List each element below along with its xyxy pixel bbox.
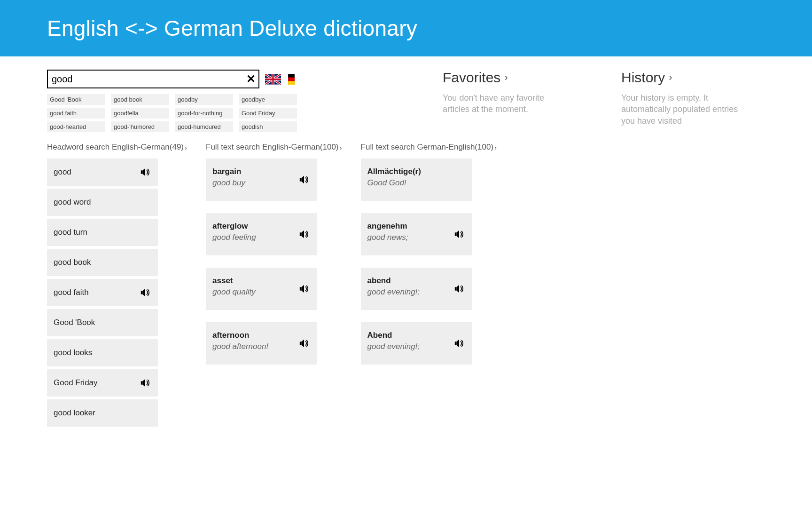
search-input[interactable] — [48, 71, 258, 87]
speaker-icon[interactable] — [299, 338, 309, 349]
fulltext-term: asset — [212, 276, 310, 286]
fulltext-item[interactable]: Allmächtige(r)Good God! — [361, 159, 472, 201]
chevron-right-icon: › — [185, 143, 187, 151]
de-flag-icon[interactable] — [287, 74, 296, 85]
suggestion-item[interactable]: goodfella — [111, 108, 169, 119]
speaker-icon[interactable] — [299, 229, 309, 239]
headword-item[interactable]: Good 'Book — [47, 309, 158, 336]
fulltext-en-de-column: Full text search English-German(100) › b… — [206, 143, 342, 429]
speaker-icon[interactable] — [140, 287, 150, 298]
fulltext-term: abend — [367, 276, 465, 286]
headword-item[interactable]: good turn — [47, 219, 158, 246]
speaker-icon[interactable] — [454, 284, 464, 294]
headword-label: good book — [54, 258, 91, 267]
fulltext-translation: good quality — [212, 287, 310, 297]
fulltext-translation: good afternoon! — [212, 342, 310, 351]
app-header: English <-> German Deluxe dictionary — [0, 0, 812, 56]
fulltext-term: Allmächtige(r) — [367, 167, 465, 176]
headword-item[interactable]: good looks — [47, 339, 158, 366]
suggestions-grid: Good 'Bookgood bookgoodbygoodbyegood fai… — [47, 94, 432, 132]
clear-search-button[interactable]: ✕ — [246, 73, 256, 85]
headword-item[interactable]: good — [47, 159, 158, 186]
suggestion-item[interactable]: good-humoured — [175, 121, 233, 132]
suggestion-item[interactable]: good-hearted — [47, 121, 105, 132]
suggestion-item[interactable]: Good 'Book — [47, 94, 105, 105]
fulltext-item[interactable]: assetgood quality — [206, 268, 317, 310]
headword-item[interactable]: good faith — [47, 279, 158, 306]
headword-label: Good 'Book — [54, 318, 95, 327]
headword-label: good turn — [54, 228, 87, 237]
uk-flag-icon[interactable] — [265, 74, 281, 85]
suggestion-item[interactable]: goodish — [239, 121, 297, 132]
speaker-icon[interactable] — [454, 229, 464, 239]
fulltext-en-de-header[interactable]: Full text search English-German(100) › — [206, 143, 342, 152]
headword-item[interactable]: good word — [47, 189, 158, 216]
speaker-icon[interactable] — [140, 167, 150, 177]
fulltext-item[interactable]: Abendgood evening!; — [361, 322, 472, 365]
suggestion-item[interactable]: Good Friday — [239, 108, 297, 119]
speaker-icon[interactable] — [454, 338, 464, 349]
fulltext-term: afterglow — [212, 222, 310, 231]
fulltext-term: angenehm — [367, 222, 465, 231]
history-header[interactable]: History › — [621, 70, 748, 86]
suggestion-item[interactable]: good-'humored — [111, 121, 169, 132]
fulltext-item[interactable]: afternoongood afternoon! — [206, 322, 317, 365]
headword-item[interactable]: Good Friday — [47, 369, 158, 397]
history-panel: History › Your history is empty. It auto… — [621, 70, 748, 429]
headword-column-header[interactable]: Headword search English-German(49) › — [47, 143, 187, 152]
fulltext-item[interactable]: abendgood evening!; — [361, 268, 472, 310]
fulltext-translation: good news; — [367, 233, 465, 242]
headword-column: Headword search English-German(49) › goo… — [47, 143, 187, 429]
speaker-icon[interactable] — [299, 175, 309, 185]
history-title: History — [621, 70, 665, 86]
history-empty-text: Your history is empty. It automatically … — [621, 92, 748, 127]
fulltext-item[interactable]: bargaingood buy — [206, 159, 317, 201]
chevron-right-icon: › — [340, 143, 342, 151]
fulltext-translation: good feeling — [212, 233, 310, 242]
suggestion-item[interactable]: goodbye — [239, 94, 297, 105]
suggestion-item[interactable]: good-for-nothing — [175, 108, 233, 119]
headword-item[interactable]: good book — [47, 249, 158, 276]
headword-label: good looker — [54, 408, 95, 418]
fulltext-translation: good evening!; — [367, 342, 465, 351]
suggestion-item[interactable]: good faith — [47, 108, 105, 119]
headword-label: good word — [54, 198, 91, 207]
fulltext-translation: good buy — [212, 178, 310, 188]
speaker-icon[interactable] — [299, 284, 309, 294]
fulltext-translation: good evening!; — [367, 287, 465, 297]
favorites-title: Favorites — [443, 70, 500, 86]
suggestion-item[interactable]: goodby — [175, 94, 233, 105]
fulltext-term: Abend — [367, 331, 465, 340]
headword-label: Good Friday — [54, 378, 98, 388]
app-title: English <-> German Deluxe dictionary — [47, 16, 417, 41]
suggestion-item[interactable]: good book — [111, 94, 169, 105]
speaker-icon[interactable] — [140, 378, 150, 388]
search-box: ✕ — [47, 70, 259, 88]
chevron-right-icon: › — [669, 71, 672, 84]
fulltext-en-de-title: Full text search English-German(100) — [206, 143, 339, 152]
chevron-right-icon: › — [504, 71, 508, 84]
headword-column-title: Headword search English-German(49) — [47, 143, 184, 152]
headword-item[interactable]: good looker — [47, 399, 158, 427]
fulltext-term: afternoon — [212, 331, 310, 340]
fulltext-translation: Good God! — [367, 178, 465, 188]
headword-label: good — [54, 167, 71, 177]
search-row: ✕ — [47, 70, 432, 88]
favorites-header[interactable]: Favorites › — [443, 70, 570, 86]
favorites-empty-text: You don't have any favorite articles at … — [443, 92, 570, 115]
fulltext-term: bargain — [212, 167, 310, 176]
fulltext-item[interactable]: angenehmgood news; — [361, 213, 472, 255]
headword-label: good looks — [54, 348, 92, 357]
headword-label: good faith — [54, 288, 89, 297]
fulltext-item[interactable]: afterglowgood feeling — [206, 213, 317, 255]
